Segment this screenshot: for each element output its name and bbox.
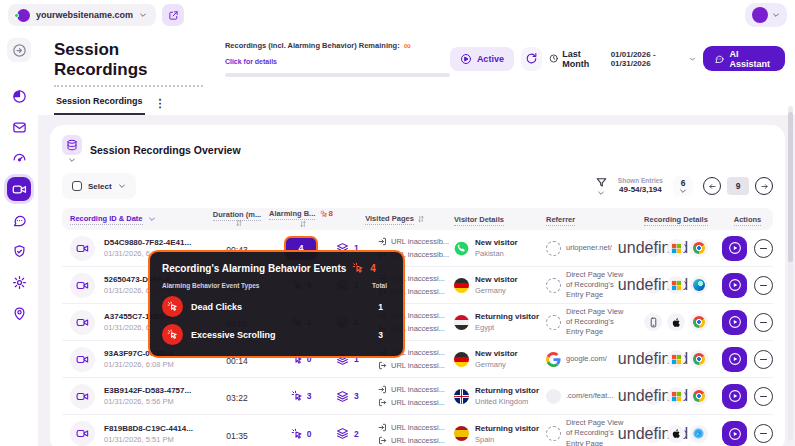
remove-recording-button[interactable] xyxy=(754,276,773,295)
date-range-selector[interactable]: 01/01/2026 - 01/31/2026 xyxy=(611,50,697,68)
col-alarming[interactable]: Alarming B... 8 xyxy=(266,209,336,228)
remove-recording-button[interactable] xyxy=(754,313,773,332)
sidebar xyxy=(0,30,38,446)
ai-assistant-button[interactable]: AI Assistant xyxy=(703,46,785,71)
next-page-button[interactable] xyxy=(755,177,773,195)
windows-os-icon xyxy=(667,239,685,257)
unknown-referrer-icon xyxy=(546,426,561,441)
alarming-event-row: Excessive Scrolling 3 xyxy=(162,324,391,345)
exit-page-url[interactable]: URL inaccessi... xyxy=(391,361,445,370)
recording-id[interactable]: E3B9142F-D583-4757... xyxy=(104,386,208,395)
select-toggle[interactable]: Select xyxy=(62,173,136,199)
sidebar-item-session-recordings[interactable] xyxy=(7,177,31,201)
play-recording-button[interactable] xyxy=(722,273,747,298)
referrer-text[interactable]: Direct Page View of Recording's Entry Pa… xyxy=(566,307,630,337)
entry-page-url[interactable]: URL inaccessi... xyxy=(391,423,445,432)
avatar xyxy=(752,7,768,23)
visitor-country: Spain xyxy=(475,435,539,444)
play-recording-button[interactable] xyxy=(722,236,747,261)
flag-es-flag-icon xyxy=(454,426,469,441)
chevron-down-icon xyxy=(68,156,76,164)
entry-page-url[interactable]: URL inaccessi... xyxy=(391,385,445,394)
remove-recording-button[interactable] xyxy=(754,387,773,406)
remove-recording-button[interactable] xyxy=(754,350,773,369)
open-website-button[interactable] xyxy=(162,4,184,26)
recording-camera-icon xyxy=(70,273,95,298)
play-recording-button[interactable] xyxy=(722,421,747,446)
website-name: yourwebsitename.com xyxy=(36,10,133,20)
scrollbar-thumb[interactable] xyxy=(788,112,793,262)
recordings-remaining: Recordings (incl. Alarming Behavior) Rem… xyxy=(225,41,450,77)
filter-funnel-icon xyxy=(595,176,608,189)
website-selector[interactable]: yourwebsitename.com xyxy=(8,4,156,26)
page-title: Session Recordings xyxy=(54,40,203,87)
refresh-icon xyxy=(525,52,538,65)
sidebar-item-inbox[interactable] xyxy=(7,115,31,139)
referrer-text[interactable]: google.com/ xyxy=(566,354,607,364)
website-favicon-icon xyxy=(17,9,30,22)
exit-page-url[interactable]: URL inaccessi... xyxy=(391,398,445,407)
col-recording-id[interactable]: Recording ID & Date xyxy=(70,214,208,224)
entry-page-url[interactable]: URL inaccessib... xyxy=(391,237,449,246)
sidebar-item-collapse[interactable] xyxy=(7,38,31,62)
exit-page-icon xyxy=(378,436,387,445)
col-duration[interactable]: Duration (m... xyxy=(208,210,266,229)
alarming-event-total: 1 xyxy=(378,302,383,312)
tab-session-recordings[interactable]: Session Recordings xyxy=(54,96,145,115)
visitor-country: Germany xyxy=(475,286,518,295)
flag-gb-flag-icon xyxy=(454,389,469,404)
alarming-event-icon xyxy=(162,324,183,345)
col-referrer: Referrer xyxy=(546,215,630,224)
exit-page-icon xyxy=(378,361,387,370)
tooltip-count: 4 xyxy=(370,263,376,274)
col-visited-pages[interactable]: Visited Pages xyxy=(336,214,454,224)
play-recording-button[interactable] xyxy=(722,310,747,335)
page-size-value: 6 xyxy=(681,179,686,188)
kebab-menu-icon[interactable]: ⋮ xyxy=(155,97,166,115)
play-recording-button[interactable] xyxy=(722,384,747,409)
clock-icon xyxy=(549,53,558,64)
visitor-type: Returning visitor xyxy=(475,424,539,433)
referrer-text[interactable]: urlopener.net/ xyxy=(566,243,612,253)
active-status-button[interactable]: Active xyxy=(450,47,514,71)
page-size-select[interactable]: 6 xyxy=(673,176,693,197)
alarming-event-name: Excessive Scrolling xyxy=(191,330,276,340)
filter-button[interactable] xyxy=(595,176,608,197)
refresh-button[interactable] xyxy=(521,47,542,71)
recording-id[interactable]: D54C9880-7F82-4E41... xyxy=(104,238,208,247)
select-label: Select xyxy=(88,182,112,191)
sidebar-item-settings[interactable] xyxy=(7,270,31,294)
remove-recording-button[interactable] xyxy=(754,424,773,443)
sidebar-item-analytics[interactable] xyxy=(7,84,31,108)
remaining-progress-bar xyxy=(225,73,450,77)
desktop-device-icon: undefined xyxy=(644,350,662,368)
entry-page-icon xyxy=(378,237,387,246)
sidebar-item-feedback[interactable] xyxy=(7,208,31,232)
chevron-down-icon xyxy=(597,189,605,197)
chevron-down-icon xyxy=(139,11,147,19)
play-recording-button[interactable] xyxy=(722,347,747,372)
prev-page-button[interactable] xyxy=(703,177,721,195)
table-view-icon[interactable] xyxy=(62,135,82,155)
recording-row: F819B8D8-C19C-4414... 01/31/2026, 5:51 P… xyxy=(62,415,773,446)
visited-pages-count: 2 xyxy=(354,429,359,439)
chevron-down-icon xyxy=(772,11,780,19)
shown-entries-label: Shown Entries xyxy=(618,178,663,185)
sidebar-item-privacy[interactable] xyxy=(7,239,31,263)
click-for-details-link[interactable]: Click for details xyxy=(225,58,277,65)
select-checkbox[interactable] xyxy=(72,181,82,191)
period-selector[interactable]: Last Month xyxy=(549,49,604,69)
recording-id[interactable]: F819B8D8-C19C-4414... xyxy=(104,424,208,433)
alarming-behavior-icon xyxy=(291,390,303,402)
sidebar-item-behavior[interactable] xyxy=(7,146,31,170)
account-menu[interactable] xyxy=(745,3,787,27)
mobile-device-icon xyxy=(644,313,662,331)
sidebar-item-visitor-location[interactable] xyxy=(7,301,31,325)
referrer-text[interactable]: .com/en/feat... xyxy=(566,391,614,401)
exit-page-url[interactable]: URL inaccessi... xyxy=(391,436,445,445)
desktop-device-icon: undefined xyxy=(644,276,662,294)
remove-recording-button[interactable] xyxy=(754,239,773,258)
whatsapp-icon xyxy=(454,241,469,256)
vertical-scrollbar[interactable] xyxy=(788,106,793,440)
col-actions: Actions xyxy=(722,215,773,224)
